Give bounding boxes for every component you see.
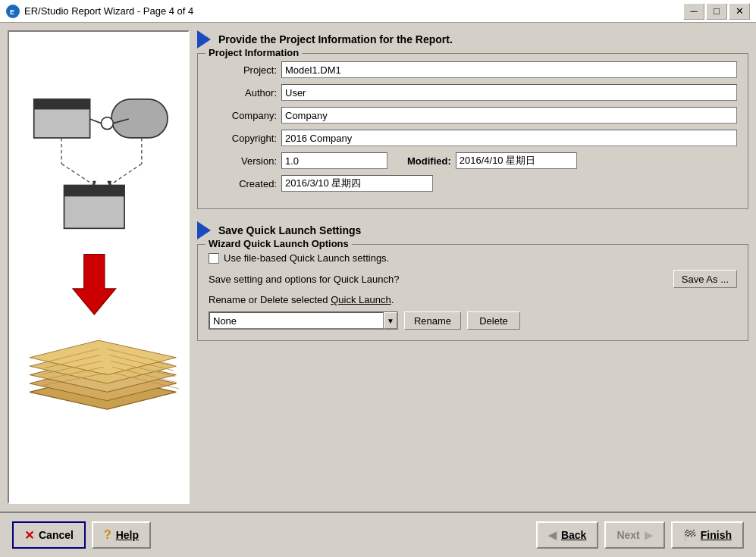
file-based-checkbox[interactable]	[209, 253, 219, 264]
minimize-button[interactable]: ─	[683, 3, 704, 20]
next-label: Next	[616, 529, 639, 541]
svg-rect-4	[111, 99, 168, 138]
save-as-button[interactable]: Save As ...	[673, 270, 737, 288]
quick-launch-header: Save Quick Launch Settings	[197, 221, 748, 239]
help-label: Help	[116, 529, 139, 541]
company-label: Company:	[209, 110, 277, 121]
project-info-group-title: Project Information	[205, 47, 302, 58]
version-label: Version:	[209, 155, 277, 167]
svg-marker-16	[73, 254, 116, 314]
bottom-bar: ✕ Cancel ? Help ◀ Back Next ▶ 🏁 Finish	[0, 512, 756, 557]
copyright-row: Copyright:	[209, 130, 737, 146]
rename-button[interactable]: Rename	[404, 311, 461, 330]
next-button[interactable]: Next ▶	[604, 521, 664, 549]
author-label: Author:	[209, 87, 277, 99]
dropdown-arrow-icon[interactable]: ▼	[384, 312, 397, 329]
save-settings-row: Save setting and options for Quick Launc…	[209, 270, 737, 288]
author-row: Author:	[209, 84, 737, 101]
quick-launch-underline: Quick Launch	[331, 294, 391, 305]
copyright-label: Copyright:	[209, 133, 277, 144]
project-info-header: Provide the Project Information for the …	[197, 30, 748, 49]
cancel-label: Cancel	[39, 529, 74, 541]
er-studio-icon: E	[6, 5, 20, 18]
quick-launch-group: Wizard Quick Launch Options Use file-bas…	[197, 244, 748, 341]
finish-icon: 🏁	[683, 529, 696, 541]
title-bar: E ER/Studio Report Wizard - Page 4 of 4 …	[0, 0, 756, 23]
quick-launch-section: Save Quick Launch Settings Wizard Quick …	[197, 221, 748, 341]
created-label: Created:	[209, 178, 277, 189]
cancel-button[interactable]: ✕ Cancel	[12, 521, 86, 549]
quick-launch-group-title: Wizard Quick Launch Options	[205, 238, 352, 249]
svg-line-6	[90, 119, 102, 124]
file-based-label: Use file-based Quick Launch settings.	[224, 252, 389, 264]
project-info-section: Provide the Project Information for the …	[197, 30, 748, 209]
project-row: Project:	[209, 61, 737, 78]
finish-button[interactable]: 🏁 Finish	[671, 521, 744, 549]
save-settings-label: Save setting and options for Quick Launc…	[209, 274, 400, 285]
svg-rect-3	[34, 99, 90, 110]
next-icon: ▶	[645, 529, 653, 541]
modified-label: Modified:	[407, 155, 451, 167]
project-info-arrow	[197, 30, 211, 49]
copyright-input[interactable]	[281, 130, 737, 146]
created-input[interactable]	[281, 175, 433, 192]
delete-button[interactable]: Delete	[467, 311, 520, 330]
wizard-image-panel	[8, 30, 190, 504]
rename-delete-row: Rename or Delete selected Quick Launch.	[209, 294, 737, 305]
rename-label-text: Rename or Delete selected Quick Launch.	[209, 294, 394, 305]
project-info-group: Project Information Project: Author: Com…	[197, 53, 748, 209]
maximize-button[interactable]: □	[706, 3, 727, 20]
project-info-heading: Provide the Project Information for the …	[218, 33, 453, 45]
author-input[interactable]	[281, 84, 737, 101]
modified-input[interactable]	[456, 152, 577, 169]
quick-launch-dropdown[interactable]: None	[209, 312, 384, 329]
cancel-icon: ✕	[24, 528, 34, 543]
help-icon: ?	[104, 528, 111, 542]
project-label: Project:	[209, 64, 277, 76]
svg-point-5	[101, 117, 113, 130]
right-panel: Provide the Project Information for the …	[197, 30, 748, 504]
svg-line-13	[110, 164, 142, 185]
version-row: Version: Modified:	[209, 152, 737, 169]
company-input[interactable]	[281, 107, 737, 124]
file-based-row: Use file-based Quick Launch settings.	[209, 252, 737, 264]
back-icon: ◀	[548, 529, 557, 541]
created-row: Created:	[209, 175, 737, 192]
finish-label: Finish	[701, 529, 732, 541]
nav-buttons: ◀ Back Next ▶ 🏁 Finish	[536, 521, 744, 549]
version-input[interactable]	[281, 152, 387, 169]
title-bar-left: E ER/Studio Report Wizard - Page 4 of 4	[6, 5, 193, 18]
svg-line-11	[61, 164, 94, 185]
main-content: Provide the Project Information for the …	[0, 23, 756, 512]
help-button[interactable]: ? Help	[92, 521, 151, 549]
dropdown-row: None ▼ Rename Delete	[209, 311, 737, 330]
quick-launch-heading: Save Quick Launch Settings	[218, 224, 361, 236]
window-title: ER/Studio Report Wizard - Page 4 of 4	[24, 5, 193, 17]
close-button[interactable]: ✕	[729, 3, 750, 20]
quick-launch-arrow	[197, 221, 211, 239]
project-input[interactable]	[281, 61, 737, 78]
back-label: Back	[561, 529, 586, 541]
svg-text:E: E	[10, 8, 14, 16]
company-row: Company:	[209, 107, 737, 124]
back-button[interactable]: ◀ Back	[536, 521, 598, 549]
title-bar-controls: ─ □ ✕	[683, 3, 750, 20]
